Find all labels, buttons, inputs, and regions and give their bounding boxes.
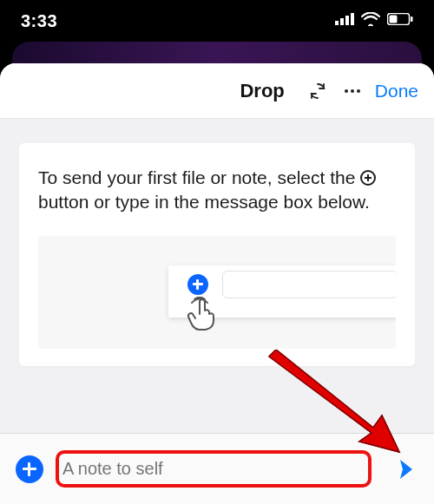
instruction-pre: To send your first file or note, select … <box>38 167 360 187</box>
composer-bar <box>0 433 434 504</box>
note-input[interactable] <box>62 459 365 479</box>
more-icon <box>342 81 363 101</box>
sync-icon <box>307 81 328 101</box>
svg-rect-3 <box>351 13 354 25</box>
send-icon <box>387 455 415 483</box>
illustration <box>38 236 396 349</box>
status-time: 3:33 <box>21 11 57 31</box>
send-button[interactable] <box>384 452 418 487</box>
status-bar: 3:33 <box>0 0 434 42</box>
svg-point-8 <box>351 89 354 93</box>
note-input-highlight <box>56 450 372 488</box>
instruction-text: To send your first file or note, select … <box>38 166 396 215</box>
battery-icon <box>387 13 413 29</box>
sheet: Drop Done To send your first file or not… <box>0 63 434 504</box>
svg-rect-6 <box>411 16 413 22</box>
wifi-icon <box>361 12 380 29</box>
add-button[interactable] <box>16 455 43 483</box>
instruction-post: button or type in the message box below. <box>38 192 370 212</box>
svg-rect-2 <box>345 16 349 25</box>
done-button[interactable]: Done <box>375 81 418 101</box>
illustration-plus-icon <box>187 274 208 295</box>
more-button[interactable] <box>335 81 370 101</box>
signal-icon <box>335 13 354 29</box>
onboarding-card: To send your first file or note, select … <box>19 143 415 366</box>
svg-rect-1 <box>340 18 344 25</box>
illustration-input <box>222 271 396 298</box>
plus-inline-icon <box>360 170 376 186</box>
svg-point-9 <box>357 89 360 93</box>
tap-gesture-icon <box>186 297 217 335</box>
svg-rect-0 <box>335 21 339 25</box>
svg-point-7 <box>345 89 348 93</box>
sync-button[interactable] <box>300 81 335 101</box>
nav-title: Drop <box>240 80 284 102</box>
nav-bar: Drop Done <box>0 63 434 119</box>
status-icons <box>335 12 413 29</box>
svg-rect-5 <box>390 16 398 23</box>
